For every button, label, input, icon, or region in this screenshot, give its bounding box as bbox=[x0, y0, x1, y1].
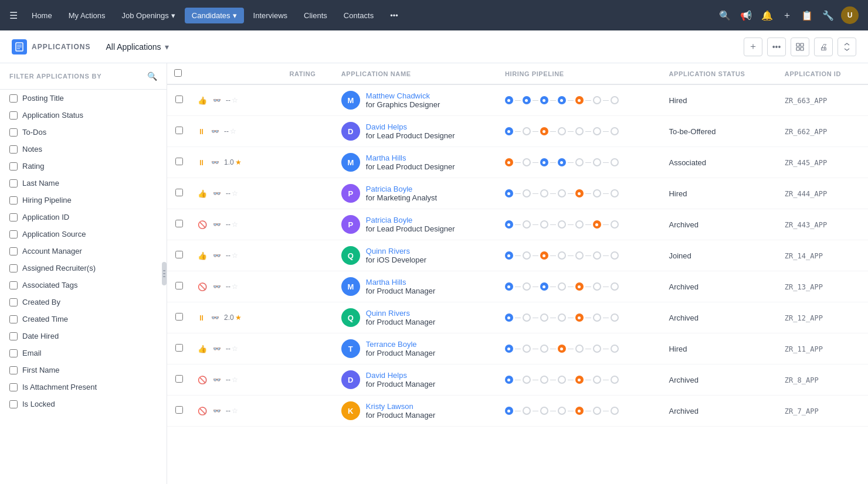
filter-checkbox[interactable] bbox=[9, 400, 18, 408]
glasses-button[interactable]: 👓 bbox=[209, 280, 223, 294]
filter-item-created-by[interactable]: Created By bbox=[0, 294, 167, 311]
filter-checkbox[interactable] bbox=[9, 94, 18, 103]
candidate-name-link[interactable]: Terrance Boyle bbox=[366, 340, 436, 349]
filter-checkbox[interactable] bbox=[9, 162, 18, 171]
row-checkbox[interactable] bbox=[175, 282, 183, 289]
filter-item-assigned-recruiters[interactable]: Assigned Recruiter(s) bbox=[0, 260, 167, 277]
filter-checkbox[interactable] bbox=[9, 349, 18, 357]
sidebar-resize-handle[interactable] bbox=[162, 262, 167, 285]
candidate-name-link[interactable]: Quinn Rivers bbox=[366, 247, 426, 255]
filter-checkbox[interactable] bbox=[9, 366, 18, 374]
row-checkbox[interactable] bbox=[175, 96, 183, 103]
filter-item-associated-tags[interactable]: Associated Tags bbox=[0, 277, 167, 294]
filter-checkbox[interactable] bbox=[9, 247, 18, 255]
nav-job-openings[interactable]: Job Openings ▾ bbox=[115, 8, 182, 23]
filter-checkbox[interactable] bbox=[9, 145, 18, 154]
filter-item-email[interactable]: Email bbox=[0, 345, 167, 362]
filter-item-notes[interactable]: Notes bbox=[0, 141, 167, 158]
glasses-button[interactable]: 👓 bbox=[209, 248, 223, 263]
add-icon[interactable]: ＋ bbox=[780, 7, 794, 24]
filter-checkbox[interactable] bbox=[9, 383, 18, 391]
glasses-button[interactable]: 👓 bbox=[209, 404, 223, 418]
add-button[interactable]: ＋ bbox=[744, 38, 762, 56]
row-checkbox[interactable] bbox=[175, 189, 183, 196]
filter-item-application-id[interactable]: Application ID bbox=[0, 209, 167, 226]
filter-checkbox[interactable] bbox=[9, 111, 18, 120]
filter-checkbox[interactable] bbox=[9, 179, 18, 188]
bell-icon[interactable]: 🔔 bbox=[759, 8, 775, 23]
header-status[interactable]: APPLICATION STATUS bbox=[662, 63, 777, 84]
filter-item-application-status[interactable]: Application Status bbox=[0, 107, 167, 124]
filter-checkbox[interactable] bbox=[9, 264, 18, 272]
sidebar-search-icon[interactable]: 🔍 bbox=[147, 71, 157, 81]
filter-checkbox[interactable] bbox=[9, 230, 18, 238]
user-avatar[interactable]: U bbox=[841, 6, 859, 24]
nav-clients[interactable]: Clients bbox=[297, 8, 334, 23]
row-checkbox[interactable] bbox=[175, 344, 183, 352]
filter-item-to-dos[interactable]: To-Dos bbox=[0, 124, 167, 141]
row-checkbox[interactable] bbox=[175, 313, 183, 321]
nav-interviews[interactable]: Interviews bbox=[246, 8, 295, 23]
candidate-name-link[interactable]: David Helps bbox=[366, 122, 455, 131]
glasses-button[interactable]: 👓 bbox=[208, 311, 222, 325]
sort-button[interactable] bbox=[838, 38, 856, 56]
filter-checkbox[interactable] bbox=[9, 213, 18, 221]
nav-more[interactable]: ••• bbox=[383, 8, 405, 23]
more-options-button[interactable]: ••• bbox=[767, 38, 786, 56]
filter-item-last-name[interactable]: Last Name bbox=[0, 175, 167, 192]
filter-checkbox[interactable] bbox=[9, 332, 18, 340]
filter-item-date-hired[interactable]: Date Hired bbox=[0, 328, 167, 345]
glasses-button[interactable]: 👓 bbox=[209, 186, 223, 200]
row-checkbox[interactable] bbox=[175, 220, 183, 227]
filter-item-hiring-pipeline[interactable]: Hiring Pipeline bbox=[0, 192, 167, 209]
tools-icon[interactable]: 🔧 bbox=[820, 8, 836, 23]
candidate-name-link[interactable]: Patricia Boyle bbox=[366, 216, 455, 224]
row-checkbox[interactable] bbox=[175, 406, 183, 414]
hamburger-icon[interactable]: ☰ bbox=[9, 10, 18, 21]
nav-candidates[interactable]: Candidates ▾ bbox=[185, 8, 244, 23]
filter-item-first-name[interactable]: First Name bbox=[0, 362, 167, 379]
filter-item-posting-title[interactable]: Posting Title bbox=[0, 90, 167, 107]
candidate-name-link[interactable]: David Helps bbox=[366, 371, 436, 380]
filter-checkbox[interactable] bbox=[9, 281, 18, 289]
glasses-button[interactable]: 👓 bbox=[209, 93, 223, 107]
search-icon[interactable]: 🔍 bbox=[717, 8, 733, 23]
clipboard-icon[interactable]: 📋 bbox=[799, 8, 815, 23]
grid-view-button[interactable] bbox=[791, 38, 809, 56]
row-checkbox[interactable] bbox=[175, 127, 183, 134]
filter-item-is-attachment-present[interactable]: Is Attachment Present bbox=[0, 379, 167, 396]
candidate-name-link[interactable]: Matthew Chadwick bbox=[366, 91, 440, 100]
glasses-button[interactable]: 👓 bbox=[209, 373, 223, 387]
header-pipeline[interactable]: HIRING PIPELINE bbox=[498, 63, 662, 84]
glasses-button[interactable]: 👓 bbox=[209, 342, 223, 356]
glasses-button[interactable]: 👓 bbox=[208, 124, 222, 138]
header-rating[interactable]: RATING bbox=[282, 63, 334, 84]
header-app-name[interactable]: APPLICATION NAME bbox=[334, 63, 498, 84]
candidate-name-link[interactable]: Patricia Boyle bbox=[366, 185, 437, 193]
filter-item-is-locked[interactable]: Is Locked bbox=[0, 396, 167, 413]
print-button[interactable]: 🖨 bbox=[814, 38, 833, 56]
candidate-name-link[interactable]: Quinn Rivers bbox=[366, 309, 436, 318]
candidate-name-link[interactable]: Kristy Lawson bbox=[366, 402, 436, 411]
filter-item-rating[interactable]: Rating bbox=[0, 158, 167, 175]
glasses-button[interactable]: 👓 bbox=[209, 217, 223, 231]
filter-item-created-time[interactable]: Created Time bbox=[0, 311, 167, 328]
filter-item-application-source[interactable]: Application Source bbox=[0, 226, 167, 243]
header-app-id[interactable]: APPLICATION ID bbox=[778, 63, 868, 84]
filter-checkbox[interactable] bbox=[9, 298, 18, 306]
row-checkbox[interactable] bbox=[175, 158, 183, 165]
view-selector[interactable]: All Applications ▾ bbox=[100, 39, 174, 55]
nav-contacts[interactable]: Contacts bbox=[337, 8, 381, 23]
row-checkbox[interactable] bbox=[175, 251, 183, 258]
nav-home[interactable]: Home bbox=[25, 8, 59, 23]
announce-icon[interactable]: 📢 bbox=[738, 8, 754, 23]
glasses-button[interactable]: 👓 bbox=[208, 155, 222, 169]
row-checkbox[interactable] bbox=[175, 375, 183, 383]
filter-checkbox[interactable] bbox=[9, 196, 18, 204]
filter-item-account-manager[interactable]: Account Manager bbox=[0, 243, 167, 260]
filter-checkbox[interactable] bbox=[9, 128, 18, 137]
candidate-name-link[interactable]: Martha Hills bbox=[366, 278, 436, 287]
select-all-checkbox[interactable] bbox=[174, 69, 182, 77]
candidate-name-link[interactable]: Martha Hills bbox=[366, 154, 455, 162]
filter-checkbox[interactable] bbox=[9, 315, 18, 323]
